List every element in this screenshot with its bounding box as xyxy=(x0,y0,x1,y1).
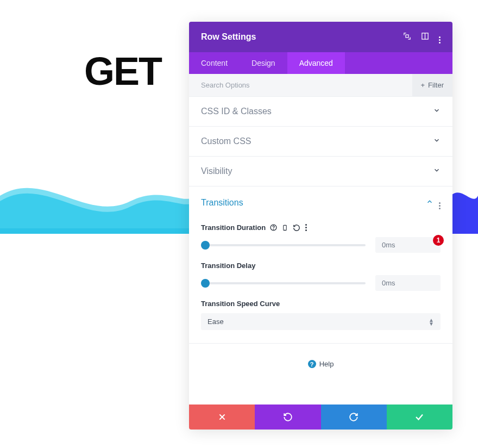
more-menu-icon[interactable] xyxy=(439,30,441,43)
select-arrows-icon: ▲▼ xyxy=(429,318,434,326)
plus-icon: + xyxy=(421,81,425,89)
wave-decoration-left xyxy=(0,169,196,234)
help-icon[interactable] xyxy=(270,224,277,231)
delay-value-input[interactable]: 0ms xyxy=(375,275,441,291)
transitions-body: Transition Duration 0ms 1 Tran xyxy=(189,214,452,344)
search-input[interactable]: Search Options xyxy=(189,81,250,89)
chevron-up-icon xyxy=(426,198,433,208)
slider-thumb[interactable] xyxy=(201,241,210,250)
search-row: Search Options + Filter xyxy=(189,74,452,97)
section-more-icon[interactable] xyxy=(439,196,441,209)
curve-value: Ease xyxy=(207,318,224,326)
tab-content[interactable]: Content xyxy=(189,52,240,74)
duration-slider[interactable] xyxy=(201,241,366,250)
modified-badge: 1 xyxy=(433,235,444,246)
cancel-button[interactable] xyxy=(189,405,255,430)
wave-decoration-right xyxy=(451,169,478,234)
option-more-icon[interactable] xyxy=(305,224,307,231)
delay-slider[interactable] xyxy=(201,279,366,288)
section-custom-css[interactable]: Custom CSS xyxy=(189,127,452,157)
option-transition-delay: Transition Delay 0ms xyxy=(201,262,441,291)
curve-label: Transition Speed Curve xyxy=(201,300,280,308)
header-action-icons xyxy=(403,30,441,43)
help-circle-icon: ? xyxy=(308,360,316,368)
background-heading: GET xyxy=(84,49,161,94)
expand-icon[interactable] xyxy=(403,32,411,42)
responsive-icon[interactable] xyxy=(282,224,288,232)
section-css-id[interactable]: CSS ID & Classes xyxy=(189,97,452,127)
option-speed-curve: Transition Speed Curve Ease ▲▼ xyxy=(201,300,441,330)
panel-title: Row Settings xyxy=(201,32,256,42)
section-transitions[interactable]: Transitions xyxy=(189,186,452,214)
filter-button[interactable]: + Filter xyxy=(412,74,452,97)
delay-label: Transition Delay xyxy=(201,262,255,270)
filter-label: Filter xyxy=(428,81,444,89)
panel-footer xyxy=(189,405,452,430)
section-visibility[interactable]: Visibility xyxy=(189,157,452,186)
slider-thumb[interactable] xyxy=(201,279,210,288)
reset-icon[interactable] xyxy=(293,224,300,232)
option-transition-duration: Transition Duration 0ms 1 xyxy=(201,223,441,253)
duration-label: Transition Duration xyxy=(201,223,266,232)
redo-button[interactable] xyxy=(321,405,387,430)
svg-rect-0 xyxy=(406,35,408,38)
chevron-down-icon xyxy=(433,166,441,176)
tab-advanced[interactable]: Advanced xyxy=(287,52,345,74)
svg-point-4 xyxy=(273,229,274,229)
chevron-down-icon xyxy=(433,136,441,146)
undo-button[interactable] xyxy=(255,405,320,430)
row-settings-panel: Row Settings Content Design Advanced Sea… xyxy=(189,22,452,430)
help-row[interactable]: ? Help xyxy=(189,344,452,405)
tab-design[interactable]: Design xyxy=(240,52,287,74)
save-button[interactable] xyxy=(387,405,452,430)
chevron-down-icon xyxy=(433,107,441,116)
duration-value-input[interactable]: 0ms xyxy=(375,237,441,253)
help-label: Help xyxy=(319,360,334,368)
tabs-bar: Content Design Advanced xyxy=(189,52,452,74)
curve-select[interactable]: Ease ▲▼ xyxy=(201,313,441,330)
snap-view-icon[interactable] xyxy=(421,32,429,42)
panel-header: Row Settings xyxy=(189,22,452,52)
